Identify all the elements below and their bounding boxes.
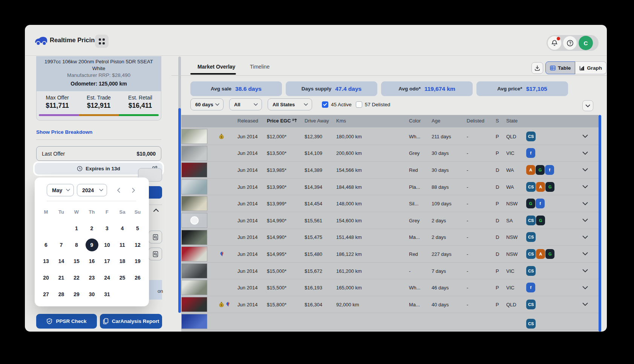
calendar-day[interactable]: 17	[101, 255, 113, 268]
expand-row-button[interactable]	[581, 149, 589, 157]
filter-select[interactable]: 60 days	[190, 98, 224, 110]
expand-row-button[interactable]	[581, 233, 589, 241]
listing-thumbnail[interactable]	[181, 246, 207, 262]
calendar-day[interactable]: 20	[40, 271, 52, 284]
calendar-day[interactable]: 23	[86, 271, 98, 284]
checkbox[interactable]	[356, 101, 362, 108]
table-row[interactable]: CS	[181, 313, 599, 330]
calendar-day[interactable]: 21	[55, 271, 68, 284]
table-row[interactable]: $Jun 2014$15,800*$16,30492,000 kmMa...40…	[181, 296, 599, 313]
listing-thumbnail[interactable]	[181, 280, 207, 295]
filter-select[interactable]: All States	[268, 98, 312, 110]
avatar[interactable]: C	[579, 36, 593, 50]
expand-row-button[interactable]	[581, 216, 589, 225]
listing-thumbnail[interactable]	[181, 196, 207, 211]
chevron-up-icon[interactable]	[153, 208, 159, 212]
calendar-day[interactable]: 14	[55, 255, 68, 268]
next-month-button[interactable]	[130, 187, 137, 194]
calendar-day[interactable]: 29	[70, 288, 83, 301]
listing-thumbnail[interactable]	[181, 230, 207, 245]
expand-row-button[interactable]	[581, 166, 589, 174]
table-row[interactable]: $Jun 2014$12,000*$12,390180,000 kmWh...2…	[181, 128, 599, 145]
table-row[interactable]: Jun 2014$15,000*$15,672161,200 km-7 days…	[181, 263, 599, 280]
calendar-day[interactable]: 16	[86, 255, 98, 268]
calendar-day[interactable]: 28	[55, 288, 68, 301]
calendar-day[interactable]: 13	[40, 255, 52, 268]
expand-row-button[interactable]	[581, 250, 589, 258]
listing-thumbnail[interactable]	[181, 146, 207, 161]
notifications-button[interactable]	[548, 36, 561, 50]
graph-view-button[interactable]: Graph	[575, 61, 606, 74]
calendar-day[interactable]: 8	[70, 239, 83, 251]
month-select[interactable]: May	[47, 184, 74, 196]
calendar-day[interactable]: 27	[40, 288, 52, 301]
calendar-day[interactable]: 7	[55, 239, 68, 251]
calendar-day[interactable]: 18	[116, 255, 129, 268]
help-button[interactable]	[563, 36, 577, 50]
tab-timeline[interactable]: Timeline	[250, 64, 270, 70]
expand-row-button[interactable]	[581, 183, 589, 191]
tab-market-overlay[interactable]: Market Overlay	[198, 64, 235, 70]
listing-thumbnail[interactable]	[181, 162, 207, 177]
calendar-day[interactable]: 30	[86, 288, 98, 301]
column-header-drive_away[interactable]: Drive Away	[305, 118, 329, 124]
expand-row-button[interactable]	[581, 283, 589, 292]
calendar-day[interactable]: 6	[40, 239, 52, 251]
calendar-day[interactable]: 24	[101, 271, 113, 284]
table-row[interactable]: Jun 2014$13,990*$14,394184,468 kmPla...8…	[181, 179, 599, 196]
calendar-day[interactable]: 3	[101, 222, 113, 235]
app-switcher-button[interactable]	[95, 35, 109, 48]
calendar-day[interactable]: 19	[131, 255, 144, 268]
column-header-s[interactable]: S	[496, 118, 499, 124]
expand-row-button[interactable]	[581, 199, 589, 208]
expand-row-button[interactable]	[581, 132, 589, 141]
find-in-page-button[interactable]	[149, 248, 162, 260]
table-row[interactable]: Jun 2014$14,990*$15,475151,448 kmMa...2 …	[181, 229, 599, 246]
column-header-released[interactable]: Released	[237, 118, 258, 124]
calendar-day[interactable]: 1	[70, 222, 83, 235]
calendar-day[interactable]: 15	[70, 255, 83, 268]
calendar-day[interactable]: 5	[131, 222, 144, 235]
checkbox[interactable]	[322, 101, 328, 108]
calendar-day[interactable]: 25	[116, 271, 129, 284]
year-select[interactable]: 2024	[77, 184, 107, 196]
table-row[interactable]: Jun 2014$13,985*$14,389154,566 kmRed30 d…	[181, 162, 599, 179]
expand-row-button[interactable]	[581, 267, 589, 275]
calendar-day[interactable]: 2	[86, 222, 98, 235]
last-offer-field[interactable]: Last Offer $10,000	[36, 146, 161, 161]
column-header-state[interactable]: State	[506, 118, 518, 124]
previous-month-button[interactable]	[115, 187, 122, 194]
calendar-day[interactable]: 12	[131, 239, 144, 251]
calendar-day-selected[interactable]: 9	[86, 239, 98, 251]
show-price-breakdown-link[interactable]: Show Price Breakdown	[36, 129, 92, 135]
filter-select[interactable]: All	[229, 98, 262, 110]
caranalysis-report-button[interactable]: CarAnalysis Report	[100, 314, 162, 329]
table-row[interactable]: Jun 2014$13,999*$14,454148,000 kmSil...1…	[181, 195, 599, 212]
vertical-scrollbar-thumb[interactable]	[178, 108, 181, 313]
listing-thumbnail[interactable]	[181, 129, 207, 144]
column-header-delisted[interactable]: Delisted	[467, 118, 484, 124]
filter-checkbox[interactable]: 57 Delisted	[356, 101, 391, 108]
calendar-day[interactable]: 31	[101, 288, 113, 301]
table-row[interactable]: Jun 2014$14,995*$15,480186,122 kmRed227 …	[181, 246, 599, 263]
table-row[interactable]: Jun 2014$15,500*$16,193165,000 kmWh...46…	[181, 279, 599, 296]
calendar-day[interactable]: 11	[116, 239, 129, 251]
collapse-filters-button[interactable]	[582, 100, 593, 111]
listing-thumbnail[interactable]	[181, 263, 207, 278]
column-header-color[interactable]: Color	[409, 118, 421, 124]
table-row[interactable]: Jun 2014$14,990*$15,561154,600 kmGrey2 d…	[181, 212, 599, 229]
table-row[interactable]: Jun 2014$13,500*$14,109200,600 kmGrey30 …	[181, 145, 599, 162]
listing-thumbnail[interactable]	[181, 213, 207, 228]
find-in-page-button[interactable]	[149, 231, 162, 243]
expand-row-button[interactable]	[581, 300, 589, 309]
calendar-day[interactable]: 26	[131, 271, 144, 284]
column-header-price_egc[interactable]: Price EGC	[267, 118, 297, 124]
listing-thumbnail[interactable]	[181, 314, 207, 329]
table-scrollbar-thumb[interactable]	[599, 115, 601, 332]
column-header-kms[interactable]: Kms	[336, 118, 346, 124]
listing-thumbnail[interactable]	[181, 297, 207, 312]
ppsr-check-button[interactable]: PPSR Check	[36, 314, 97, 329]
calendar-day[interactable]: 4	[116, 222, 129, 235]
calendar-day[interactable]: 22	[70, 271, 83, 284]
listing-thumbnail[interactable]	[181, 179, 207, 194]
